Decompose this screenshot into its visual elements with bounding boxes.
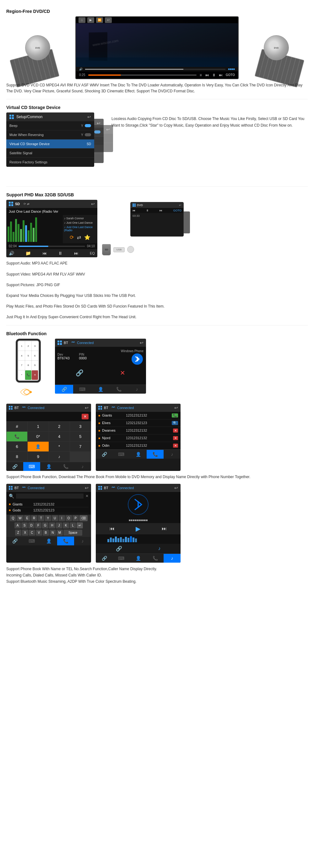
dial-8[interactable]: 8 bbox=[7, 452, 27, 462]
phone-key-2[interactable]: 2 bbox=[25, 341, 31, 351]
kb-x[interactable]: X bbox=[22, 530, 28, 536]
bt-mtab-link[interactable]: 🔗 bbox=[96, 554, 113, 563]
bt-bottom-link[interactable]: 🔗 bbox=[116, 546, 122, 552]
bt-music-back[interactable]: ↩ bbox=[174, 485, 178, 490]
bt-music-play[interactable]: ▶ bbox=[136, 525, 140, 532]
kb-y[interactable]: Y bbox=[45, 515, 51, 521]
bt-dtab-keypad[interactable]: ⌨ bbox=[23, 462, 40, 471]
dial-9[interactable]: 9 bbox=[28, 452, 49, 462]
kb-u[interactable]: U bbox=[52, 515, 58, 521]
phone-key-5[interactable]: 5 bbox=[25, 351, 31, 360]
kb-b[interactable]: B bbox=[43, 530, 49, 536]
dvd-home-btn[interactable]: ⌂ bbox=[78, 17, 86, 23]
dial-1[interactable]: 1 bbox=[28, 422, 49, 431]
dvd-goto-btn[interactable]: GOTO bbox=[226, 73, 235, 76]
kb-m[interactable]: M bbox=[57, 530, 63, 536]
dial-hash[interactable]: # bbox=[7, 422, 27, 431]
mp-folder-ctrl[interactable]: 📁 bbox=[25, 251, 31, 256]
dial-star[interactable]: * bbox=[49, 442, 70, 452]
phone-key-9[interactable]: 9 bbox=[32, 361, 38, 370]
bt-stab-contacts[interactable]: 👤 bbox=[40, 536, 57, 546]
bt-stab-music[interactable]: ♪ bbox=[74, 536, 91, 546]
phone-key-6[interactable]: 6 bbox=[32, 351, 38, 360]
kb-s[interactable]: S bbox=[21, 522, 28, 528]
bt-pbtab-keypad[interactable]: ⌨ bbox=[113, 450, 130, 459]
kb-q[interactable]: Q bbox=[10, 515, 16, 521]
phone-key-8[interactable]: 8 bbox=[25, 361, 31, 370]
kb-k[interactable]: K bbox=[63, 522, 69, 528]
kb-o[interactable]: O bbox=[66, 515, 72, 521]
bt-search-back[interactable]: ↩ bbox=[85, 485, 89, 490]
kb-r[interactable]: R bbox=[31, 515, 37, 521]
pb-action-njord[interactable]: ✕ bbox=[173, 436, 178, 440]
bt-search-field[interactable] bbox=[16, 494, 84, 499]
bt-tab-music[interactable]: ♪ bbox=[128, 385, 146, 394]
kb-i[interactable]: I bbox=[59, 515, 65, 521]
dial-3[interactable]: 3 bbox=[70, 422, 91, 431]
pb-action-odin[interactable]: ✕ bbox=[173, 443, 178, 448]
kb-z[interactable]: Z bbox=[15, 530, 21, 536]
dvd-ctrl-next[interactable]: ⏭ bbox=[219, 73, 223, 77]
dvd-progress-bar[interactable] bbox=[88, 74, 196, 76]
bt-stab-link[interactable]: 🔗 bbox=[6, 536, 23, 546]
dvd-ctrl-prev[interactable]: ⏮ bbox=[205, 73, 209, 77]
bt-pbtab-phone[interactable]: 📞 bbox=[147, 450, 164, 459]
kb-v[interactable]: V bbox=[36, 530, 42, 536]
bt-music-prev[interactable]: ⏮ bbox=[109, 526, 115, 531]
bt-search-clear[interactable]: ✕ bbox=[86, 494, 89, 498]
kb-enter[interactable]: ↵ bbox=[76, 522, 83, 528]
mp-back-btn[interactable]: ↩ bbox=[91, 202, 95, 207]
kb-f[interactable]: F bbox=[35, 522, 41, 528]
kb-c[interactable]: C bbox=[29, 530, 35, 536]
bt-tab-link[interactable]: 🔗 bbox=[55, 385, 73, 394]
mp-volume-ctrl[interactable]: 🔊 bbox=[9, 251, 14, 256]
phone-key-1[interactable]: 1 bbox=[19, 341, 25, 351]
kb-p[interactable]: P bbox=[72, 515, 79, 521]
bt-pbtab-contacts[interactable]: 👤 bbox=[130, 450, 147, 459]
mp-next-ctrl[interactable]: ⏭ bbox=[74, 251, 78, 256]
kb-g[interactable]: G bbox=[42, 522, 49, 528]
phone-key-3[interactable]: 3 bbox=[32, 341, 38, 351]
dial-6[interactable]: 6 bbox=[7, 442, 27, 452]
mp-eq-ctrl[interactable]: EQ bbox=[90, 251, 95, 255]
bt-dtab-link[interactable]: 🔗 bbox=[6, 462, 23, 471]
dial-music[interactable]: ♪ bbox=[49, 452, 70, 462]
kb-h[interactable]: H bbox=[49, 522, 55, 528]
dvd-ctrl-list[interactable]: ≡ bbox=[200, 73, 202, 77]
phone-key-call[interactable]: 📞 bbox=[25, 370, 31, 380]
kb-a[interactable]: A bbox=[14, 522, 21, 528]
bt-pbtab-link[interactable]: 🔗 bbox=[96, 450, 113, 459]
phone-key-4[interactable]: 4 bbox=[19, 351, 25, 360]
bt-tab-phone[interactable]: 📞 bbox=[109, 385, 128, 394]
bt-pbtab-music[interactable]: ♪ bbox=[164, 450, 181, 459]
kb-d[interactable]: D bbox=[28, 522, 35, 528]
bt-bottom-music[interactable]: ♪ bbox=[158, 546, 161, 552]
bt-stab-phone[interactable]: 📞 bbox=[57, 536, 74, 546]
pb-action-elves[interactable]: 🔍 bbox=[172, 421, 178, 425]
dial-0-star[interactable]: 0* bbox=[28, 432, 49, 441]
bt-back-btn[interactable]: ↩ bbox=[140, 340, 144, 345]
kb-backspace[interactable]: ⌫ bbox=[80, 515, 88, 521]
mp-prev-ctrl[interactable]: ⏮ bbox=[42, 251, 47, 256]
dvd-back-top-btn[interactable]: ↩ bbox=[105, 17, 112, 23]
kb-l[interactable]: L bbox=[70, 522, 76, 528]
bt-disconnect-icon[interactable]: ✕ bbox=[120, 369, 125, 377]
bt-stab-keypad[interactable]: ⌨ bbox=[23, 536, 40, 546]
pb-action-giants[interactable]: 📞 bbox=[172, 413, 178, 417]
mp-progress[interactable] bbox=[19, 246, 85, 247]
phone-key-star[interactable]: * bbox=[19, 370, 25, 380]
dvd-play-btn[interactable]: ▶ bbox=[87, 17, 94, 23]
bt-mtab-keypad[interactable]: ⌨ bbox=[113, 554, 130, 563]
bt-dialer-back[interactable]: ↩ bbox=[85, 405, 89, 410]
bt-dtab-contacts[interactable]: 👤 bbox=[40, 462, 57, 471]
dial-call[interactable]: 📞 bbox=[7, 432, 27, 441]
bt-tab-keypad[interactable]: ⌨ bbox=[73, 385, 91, 394]
bt-tab-contacts[interactable]: 👤 bbox=[91, 385, 109, 394]
dial-5[interactable]: 5 bbox=[70, 432, 91, 441]
kb-w[interactable]: W bbox=[17, 515, 23, 521]
dial-7[interactable]: 7 bbox=[70, 442, 91, 452]
mp-play-ctrl[interactable]: ⏸ bbox=[58, 251, 62, 256]
mp-repeat[interactable]: ⇄ bbox=[77, 235, 81, 240]
bt-mtab-music[interactable]: ♪ bbox=[164, 554, 181, 563]
phone-key-end[interactable]: ✕ bbox=[32, 370, 38, 380]
